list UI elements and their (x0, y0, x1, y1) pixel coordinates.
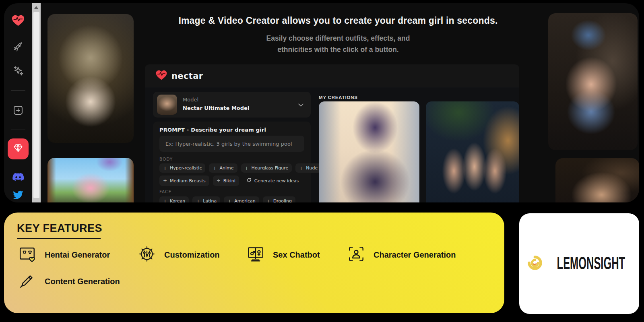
tag-drooling[interactable]: +Drooling (263, 196, 295, 202)
gallery-image-blue-hair-girl (548, 13, 638, 150)
frame-heart-icon (18, 245, 37, 265)
page-title: Image & Video Creator allows you to crea… (137, 15, 539, 26)
prompt-label: PROMPT - Describe your dream girl (159, 127, 266, 133)
body-section-label: BODY (159, 157, 173, 161)
nectar-brand[interactable]: nectar (155, 70, 203, 82)
discord-icon[interactable] (12, 173, 24, 182)
lemon-spiral-icon (526, 254, 544, 274)
gallery-image-mecha-girl (47, 14, 134, 143)
gallery-image-catgirl (47, 158, 134, 202)
tag-bikini[interactable]: +Bikini (213, 175, 239, 186)
feature-hentai-generator: Hentai Generator (18, 245, 110, 265)
feature-label: Customization (164, 250, 220, 260)
nectar-heart-logo-icon[interactable] (11, 14, 25, 27)
feature-character-generation: Character Generation (347, 245, 456, 265)
tag-latina[interactable]: +Latina (192, 196, 220, 202)
creation-image-pool-girls[interactable] (426, 101, 519, 202)
generate-new-ideas-button[interactable]: Generate new ideas (243, 175, 302, 186)
gear-sliders-icon (138, 245, 156, 265)
tag-medium-breasts[interactable]: +Medium Breasts (159, 175, 209, 186)
model-label: Model (183, 97, 198, 103)
refresh-icon (246, 178, 252, 184)
tag-american[interactable]: +American (224, 196, 259, 202)
sidebar (4, 3, 32, 202)
face-section-label: FACE (159, 189, 171, 194)
subtitle-line-1: Easily choose different outfits, effects… (137, 33, 539, 44)
scrollbar-up-arrow-icon[interactable] (34, 6, 38, 9)
tag-hourglass-figure[interactable]: +Hourglass Figure (241, 163, 292, 173)
sidebar-divider (11, 130, 25, 130)
lemonsight-card[interactable]: LEMONSIGHT (519, 213, 639, 314)
lemonsight-wordmark: LEMONSIGHT (557, 253, 625, 274)
feature-content-generation: Content Generation (18, 271, 120, 291)
model-value: Nectar Ultimate Model (183, 105, 249, 111)
tag-anime[interactable]: +Anime (209, 163, 237, 173)
scrollbar-thumb[interactable] (33, 12, 39, 198)
key-features-heading: KEY FEATURES (17, 222, 102, 235)
feature-label: Sex Chatbot (273, 250, 320, 260)
feature-customization: Customization (138, 245, 220, 265)
pencil-icon (18, 271, 37, 291)
nectar-heart-icon (155, 70, 167, 82)
prompt-input[interactable] (159, 136, 304, 152)
face-tags-row: +Korean +Latina +American +Drooling (159, 196, 295, 202)
chevron-down-icon[interactable] (297, 101, 304, 110)
model-selector[interactable]: Model Nectar Ultimate Model (153, 92, 311, 118)
app-header: nectar (145, 64, 519, 87)
website-screenshot-panel: Image & Video Creator allows you to crea… (4, 3, 639, 202)
gem-icon (13, 143, 23, 155)
creation-image-anime-city[interactable] (319, 101, 419, 202)
twitter-icon[interactable] (12, 190, 24, 200)
body-tags-row-1: +Hyper-realistic +Anime +Hourglass Figur… (159, 163, 321, 173)
gallery-image-portrait-face (555, 158, 639, 202)
scrollbar[interactable] (32, 3, 41, 202)
prompt-form (153, 122, 311, 202)
new-creation-icon[interactable] (12, 105, 24, 116)
heading-underline (17, 238, 101, 239)
subtitle-line-2: ethnicities with the click of a button. (137, 44, 539, 55)
feature-label: Character Generation (374, 250, 456, 260)
tag-nude[interactable]: +Nude (295, 163, 321, 173)
person-scan-icon (347, 245, 365, 265)
model-avatar (157, 95, 177, 115)
nectar-app-screenshot: nectar Model Nectar Ultimate Model PROMP… (145, 64, 519, 202)
tag-korean[interactable]: +Korean (159, 196, 189, 202)
page-subtitle: Easily choose different outfits, effects… (137, 33, 539, 56)
body-tags-row-2: +Medium Breasts +Bikini Generate new ide… (159, 175, 302, 186)
hero-section: Image & Video Creator allows you to crea… (137, 15, 539, 56)
feature-label: Hentai Generator (45, 250, 110, 260)
premium-gem-button[interactable] (8, 138, 29, 159)
sparkles-icon[interactable] (12, 65, 24, 76)
nectar-brand-name: nectar (171, 71, 203, 81)
sidebar-divider (11, 90, 25, 91)
monitor-gender-icon (246, 245, 265, 265)
tag-hyper-realistic[interactable]: +Hyper-realistic (159, 163, 205, 173)
feature-label: Content Generation (45, 277, 120, 286)
key-features-panel: KEY FEATURES Hentai Generator Customizat… (4, 213, 504, 313)
rocket-icon[interactable] (13, 42, 24, 53)
feature-sex-chatbot: Sex Chatbot (246, 245, 320, 265)
my-creations-label: MY CREATIONS (319, 95, 358, 100)
